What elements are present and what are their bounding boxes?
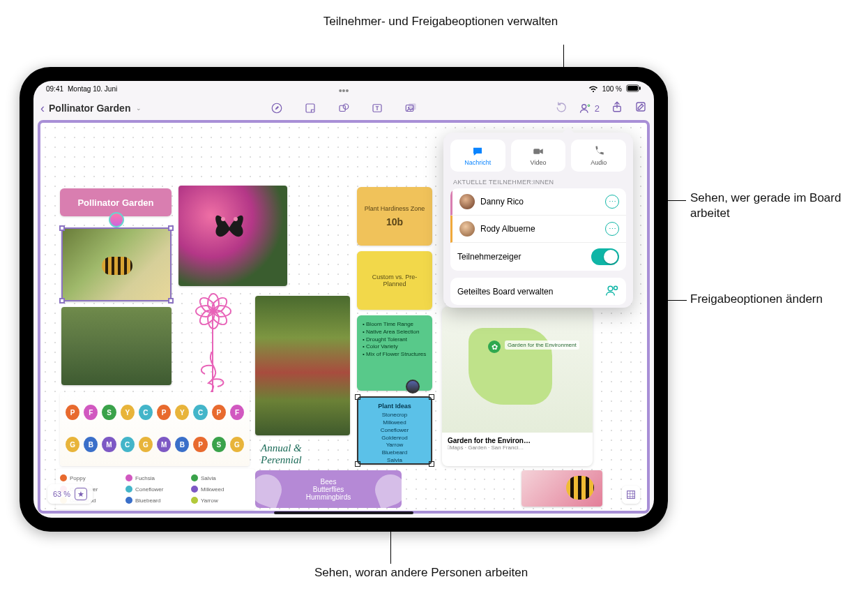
zoom-value: 63 %: [53, 490, 70, 498]
popover-section-title: AKTUELLE TEILNEHMER:INNEN: [453, 179, 623, 186]
svg-point-6: [343, 104, 349, 110]
svg-point-16: [234, 217, 238, 221]
home-indicator[interactable]: [274, 511, 413, 514]
popover-video-button[interactable]: Video: [511, 140, 566, 172]
cursor-toggle-row[interactable]: Teilnehmerzeiger: [450, 243, 626, 271]
wifi-icon: [588, 84, 598, 93]
media-tool-icon[interactable]: [403, 100, 418, 116]
pollinator-line: Butterflies: [313, 486, 344, 493]
ideas-item: Stonecrop: [363, 412, 427, 419]
title-menu-chevron-icon[interactable]: ⌄: [136, 105, 142, 112]
svg-point-19: [608, 286, 613, 291]
back-button[interactable]: ‹: [40, 101, 45, 116]
sticky-custom-label: Custom vs. Pre-Planned: [361, 274, 428, 287]
battery-icon: [626, 84, 641, 93]
shape-tool-icon[interactable]: [336, 100, 351, 116]
avatar: [459, 221, 475, 237]
callout-who: Sehen, wer gerade im Board arbeitet: [690, 190, 851, 221]
bloom-item: Native Area Selection: [366, 329, 420, 335]
board-title[interactable]: Pollinator Garden: [49, 103, 130, 114]
ideas-item: Bluebeard: [363, 449, 427, 457]
participant-cursor-avatar: [406, 380, 420, 394]
ideas-item: Salvia: [363, 457, 427, 465]
svg-rect-1: [627, 85, 638, 90]
status-battery: 100 %: [602, 85, 622, 93]
svg-rect-18: [533, 149, 540, 154]
participant-more-icon[interactable]: ⋯: [605, 222, 619, 236]
svg-rect-2: [639, 87, 641, 90]
svg-point-20: [614, 286, 618, 290]
pollinator-line: Hummingbirds: [306, 493, 351, 501]
participant-cursor-avatar: [109, 212, 124, 227]
popover-message-button[interactable]: Nachricht: [450, 140, 505, 172]
avatar: [459, 194, 475, 209]
map-title: Garden for the Environ…: [448, 437, 587, 444]
callout-share: Freigabeoptionen ändern: [690, 292, 851, 307]
sticky-pollinators[interactable]: Bees Butterflies Hummingbirds: [255, 470, 402, 508]
seg-label: Nachricht: [464, 159, 491, 166]
sticky-hardiness-value: 10b: [361, 216, 428, 227]
sticky-custom[interactable]: Custom vs. Pre-Planned: [357, 251, 432, 310]
photo-butterfly[interactable]: [178, 186, 287, 286]
bloom-item: Mix of Flower Structures: [366, 351, 426, 357]
new-board-button[interactable]: [634, 100, 647, 116]
status-time: 09:41: [46, 85, 63, 93]
seg-label: Audio: [591, 159, 607, 166]
board-canvas[interactable]: Pollinator Garden: [38, 120, 650, 514]
participant-row[interactable]: Rody Albuerne ⋯: [450, 216, 626, 243]
map-card[interactable]: ✿ Garden for the Environment Garden for …: [442, 307, 593, 466]
ideas-item: Goldenrod: [363, 435, 427, 442]
ipad-frame: ••• 09:41 Montag 10. Juni 100 % ‹ Pollin…: [20, 67, 668, 532]
legend-item: Fuchsia: [125, 473, 185, 483]
legend-item: Yarrow: [191, 495, 251, 505]
participant-more-icon[interactable]: ⋯: [605, 195, 619, 209]
minimap-button[interactable]: [622, 486, 640, 504]
map-pin-label: Garden for the Environment: [505, 340, 579, 350]
popover-audio-button[interactable]: Audio: [571, 140, 626, 172]
legend-item: Bluebeard: [125, 495, 185, 505]
svg-rect-17: [627, 491, 635, 499]
ideas-item: Yarrow: [363, 442, 427, 449]
participant-name: Rody Albuerne: [480, 224, 600, 234]
status-date: Montag 10. Juni: [68, 85, 117, 93]
label-annual-perennial: Annual & Perennial: [261, 442, 302, 465]
seg-label: Video: [531, 159, 547, 166]
cursor-toggle-label: Teilnehmerzeiger: [457, 252, 586, 262]
photo-nursery-plants[interactable]: [255, 296, 350, 435]
legend-item: Poppy: [60, 473, 120, 483]
screen: ••• 09:41 Montag 10. Juni 100 % ‹ Pollin…: [33, 81, 654, 518]
share-button[interactable]: [611, 100, 623, 116]
svg-point-15: [221, 217, 225, 221]
manage-shared-icon: [605, 283, 619, 299]
drawing-garden-bed[interactable]: P F S Y C P Y C P F G B M C G M: [60, 392, 250, 466]
sticky-plant-ideas[interactable]: Plant Ideas Stonecrop Milkweed Coneflowe…: [357, 396, 432, 465]
callout-others: Sehen, woran andere Personen arbeiten: [310, 565, 533, 581]
pen-tool-icon[interactable]: [269, 100, 284, 116]
legend-item: Salvia: [191, 473, 251, 483]
sticky-hardiness[interactable]: Plant Hardiness Zone 10b: [357, 187, 432, 246]
text-tool-icon[interactable]: [370, 100, 385, 116]
collaborate-button[interactable]: 2: [579, 102, 600, 114]
manage-shared-label: Geteiltes Board verwalten: [457, 287, 600, 297]
manage-shared-row[interactable]: Geteiltes Board verwalten: [450, 278, 626, 305]
photo-garden-bed[interactable]: [61, 307, 172, 385]
ideas-title: Plant Ideas: [363, 402, 427, 410]
cursor-toggle-switch[interactable]: [591, 248, 619, 265]
sticky-note-tool-icon[interactable]: [303, 100, 318, 116]
ideas-item: Milkweed: [363, 419, 427, 427]
map-pin-icon: ✿: [488, 340, 501, 353]
map-subtitle: Maps · Garden · San Franci…: [448, 444, 587, 451]
favorites-icon[interactable]: ★: [75, 488, 87, 500]
callout-manage: Teilnehmer- und Freigabeoptionen verwalt…: [315, 14, 566, 29]
multitask-dots[interactable]: •••: [339, 85, 349, 96]
participant-row[interactable]: Danny Rico ⋯: [450, 188, 626, 216]
photo-bee-on-flower[interactable]: [61, 227, 172, 301]
bloom-item: Drought Tolerant: [366, 336, 407, 343]
toolbar: ‹ Pollinator Garden ⌄: [33, 96, 654, 120]
zoom-control[interactable]: 63 % ★: [47, 484, 93, 504]
ideas-item: Coneflower: [363, 427, 427, 435]
sticky-hardiness-label: Plant Hardiness Zone: [361, 205, 428, 212]
sticky-bloom[interactable]: • Bloom Time Range • Native Area Selecti…: [357, 315, 432, 391]
undo-button[interactable]: [556, 100, 568, 116]
photo-bee-closeup[interactable]: [521, 470, 602, 507]
